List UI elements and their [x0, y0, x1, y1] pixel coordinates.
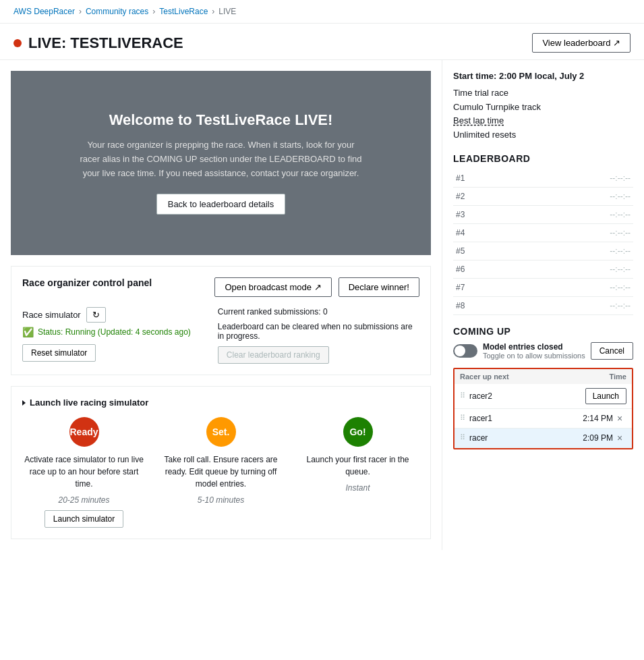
- control-panel-title: Race organizer control panel: [22, 277, 152, 288]
- launch-simulator-button[interactable]: Launch simulator: [45, 510, 123, 528]
- time-cell: --:--:--: [506, 187, 633, 205]
- rank-cell: #6: [453, 260, 480, 278]
- toggle-group: Model entries closed Toggle on to allow …: [453, 342, 585, 360]
- leaderboard-table: #1--:--:--#2--:--:--#3--:--:--#4--:--:--…: [453, 169, 633, 315]
- rank-cell: #4: [453, 223, 480, 242]
- view-leaderboard-label: View leaderboard ↗: [542, 38, 620, 48]
- right-panel: Start time: 2:00 PM local, July 2 Time t…: [442, 60, 644, 550]
- step-set: Set. Take roll call. Ensure racers are r…: [159, 417, 283, 528]
- set-badge: Set.: [206, 417, 236, 447]
- go-desc: Launch your first racer in the queue.: [296, 453, 419, 478]
- coming-up-header: Racer up next Time: [455, 369, 632, 384]
- ready-badge: Ready: [69, 417, 99, 447]
- submissions-column: Current ranked submissions: 0 Leaderboar…: [204, 307, 419, 364]
- submissions-sub: Leaderboard can be cleared when no submi…: [218, 322, 419, 341]
- time-cell: --:--:--: [506, 242, 633, 260]
- coming-up-row: ⠿ racer2Launch: [455, 384, 632, 409]
- reset-simulator-button[interactable]: Reset simulator: [22, 344, 96, 362]
- ready-time: 20-25 minutes: [58, 495, 109, 505]
- launch-title-text: Launch live racing simulator: [30, 397, 148, 408]
- entries-toggle[interactable]: [453, 344, 477, 358]
- status-row: ✅ Status: Running (Updated: 4 seconds ag…: [22, 327, 191, 337]
- time-cell: --:--:--: [506, 169, 633, 188]
- time-cell: --:--:--: [506, 223, 633, 242]
- coming-up-time-header: Time: [579, 373, 626, 381]
- leaderboard-section: LEADERBOARD #1--:--:--#2--:--:--#3--:--:…: [453, 153, 633, 315]
- coming-up-title: COMING UP: [453, 326, 633, 337]
- control-panel-actions: Open broadcast mode ↗ Declare winner!: [214, 277, 419, 297]
- close-racer-icon[interactable]: ×: [613, 413, 626, 424]
- toggle-label-group: Model entries closed Toggle on to allow …: [483, 342, 585, 360]
- page-title: LIVE: TESTLIVERACE: [13, 34, 183, 52]
- view-leaderboard-button[interactable]: View leaderboard ↗: [532, 33, 631, 53]
- drag-icon: ⠿: [460, 414, 465, 422]
- set-desc: Take roll call. Ensure racers are ready.…: [159, 453, 283, 490]
- main-layout: Welcome to TestLiveRace LIVE! Your race …: [0, 60, 644, 550]
- rank-cell: #1: [453, 169, 480, 188]
- rank-cell: #3: [453, 205, 480, 223]
- back-leaderboard-button[interactable]: Back to leaderboard details: [156, 194, 286, 215]
- leaderboard-row: #3--:--:--: [453, 205, 633, 223]
- rank-cell: #5: [453, 242, 480, 260]
- coming-up-row: ⠿ racer12:14 PM ×: [455, 409, 632, 429]
- toggle-track: [453, 344, 477, 358]
- launch-section: Launch live racing simulator Ready Activ…: [11, 386, 431, 539]
- control-panel-top: Race organizer control panel Open broadc…: [22, 277, 419, 298]
- cancel-button[interactable]: Cancel: [591, 342, 633, 360]
- steps-row: Ready Activate race simulator to run liv…: [22, 417, 419, 528]
- time-cell: --:--:--: [506, 296, 633, 314]
- simulator-column: Race simulator ↻ ✅ Status: Running (Upda…: [22, 307, 191, 364]
- rank-cell: #8: [453, 296, 480, 314]
- simulator-row: Race simulator ↻: [22, 307, 191, 323]
- time-cell: --:--:--: [506, 205, 633, 223]
- breadcrumb: AWS DeepRacer › Community races › TestLi…: [0, 0, 644, 24]
- broadcast-mode-button[interactable]: Open broadcast mode ↗: [214, 277, 331, 297]
- declare-winner-button[interactable]: Declare winner!: [339, 277, 419, 297]
- clear-leaderboard-button: Clear leaderboard ranking: [218, 346, 329, 364]
- refresh-simulator-button[interactable]: ↻: [86, 307, 106, 323]
- leaderboard-row: #5--:--:--: [453, 242, 633, 260]
- rank-cell: #7: [453, 278, 480, 296]
- breadcrumb-deepracer[interactable]: AWS DeepRacer: [13, 7, 75, 16]
- time-cell: --:--:--: [506, 260, 633, 278]
- coming-up-row: ⠿ racer2:09 PM ×: [455, 429, 632, 448]
- step-ready: Ready Activate race simulator to run liv…: [22, 417, 146, 528]
- leaderboard-title: LEADERBOARD: [453, 153, 633, 164]
- toggle-sublabel: Toggle on to allow submissions: [483, 352, 585, 360]
- breadcrumb-sep3: ›: [212, 7, 214, 16]
- set-time: 5-10 minutes: [198, 495, 244, 505]
- leaderboard-row: #2--:--:--: [453, 187, 633, 205]
- submissions-text: Current ranked submissions: 0: [218, 307, 419, 317]
- breadcrumb-testliverace[interactable]: TestLiveRace: [159, 7, 208, 16]
- breadcrumb-live: LIVE: [218, 7, 236, 16]
- toggle-thumb: [455, 346, 465, 356]
- status-text: Status: Running (Updated: 4 seconds ago): [38, 327, 191, 337]
- welcome-area: Welcome to TestLiveRace LIVE! Your race …: [11, 71, 431, 255]
- track-name: Cumulo Turnpike track: [453, 101, 633, 115]
- coming-up-rows: ⠿ racer2Launch⠿ racer12:14 PM ×⠿ racer2:…: [455, 384, 632, 448]
- resets: Unlimited resets: [453, 128, 633, 142]
- ready-desc: Activate race simulator to run live race…: [22, 453, 146, 490]
- racer-time: 2:14 PM: [576, 414, 613, 423]
- close-racer-icon[interactable]: ×: [613, 433, 626, 443]
- welcome-heading: Welcome to TestLiveRace LIVE!: [109, 111, 333, 129]
- leaderboard-row: #7--:--:--: [453, 278, 633, 296]
- simulator-label: Race simulator: [22, 310, 81, 320]
- race-info: Start time: 2:00 PM local, July 2 Time t…: [453, 70, 633, 142]
- breadcrumb-community[interactable]: Community races: [86, 7, 148, 16]
- lap-time[interactable]: Best lap time: [453, 114, 633, 128]
- coming-up-box: Racer up next Time ⠿ racer2Launch⠿ racer…: [453, 368, 633, 449]
- launch-racer-button[interactable]: Launch: [585, 388, 626, 404]
- coming-up-racer-header: Racer up next: [460, 373, 579, 381]
- coming-up-section: COMING UP Model entries closed Toggle on…: [453, 326, 633, 449]
- control-panel: Race organizer control panel Open broadc…: [11, 266, 431, 375]
- toggle-row: Model entries closed Toggle on to allow …: [453, 342, 633, 360]
- triangle-icon: [22, 400, 26, 406]
- racer-name: racer: [469, 433, 576, 443]
- breadcrumb-sep1: ›: [79, 7, 82, 16]
- start-time: Start time: 2:00 PM local, July 2: [453, 70, 633, 84]
- launch-title: Launch live racing simulator: [22, 397, 419, 408]
- breadcrumb-sep2: ›: [152, 7, 155, 16]
- racer-name: racer1: [469, 414, 576, 423]
- toggle-label: Model entries closed: [483, 342, 585, 352]
